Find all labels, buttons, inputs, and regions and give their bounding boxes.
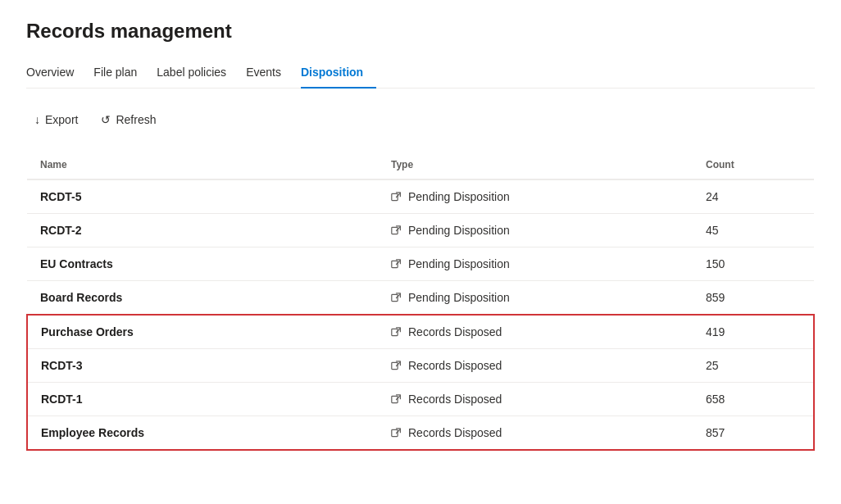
- tab-overview[interactable]: Overview: [26, 59, 87, 89]
- cell-name: Board Records: [27, 281, 381, 316]
- external-link-icon: [391, 293, 402, 303]
- cell-name: Employee Records: [27, 416, 381, 451]
- cell-name: RCDT-2: [27, 214, 381, 247]
- cell-name: EU Contracts: [27, 247, 381, 281]
- tab-label-policies[interactable]: Label policies: [157, 59, 239, 89]
- row-name: RCDT-5: [40, 190, 82, 203]
- table-row[interactable]: RCDT-1 Records Disposed658: [27, 383, 814, 416]
- cell-type: Records Disposed: [381, 416, 696, 451]
- table-row[interactable]: RCDT-2 Pending Disposition45: [27, 214, 814, 247]
- cell-name: Purchase Orders: [27, 315, 381, 349]
- cell-type: Pending Disposition: [381, 214, 696, 247]
- header-row: Name Type Count: [27, 151, 814, 179]
- refresh-button[interactable]: ↺ Refresh: [93, 108, 164, 131]
- toolbar: ↓ Export ↺ Refresh: [26, 102, 815, 138]
- row-count: 658: [696, 383, 814, 416]
- row-count: 45: [696, 214, 814, 247]
- page-title: Records management: [26, 20, 815, 43]
- row-type: Pending Disposition: [408, 190, 510, 203]
- col-header-type: Type: [381, 151, 696, 179]
- external-link-icon: [391, 327, 402, 338]
- row-type: Pending Disposition: [408, 257, 510, 270]
- cell-name: RCDT-5: [27, 179, 381, 214]
- external-link-icon: [391, 428, 402, 438]
- row-name: EU Contracts: [40, 257, 113, 270]
- table-header: Name Type Count: [27, 151, 814, 179]
- row-name: RCDT-1: [41, 393, 83, 406]
- row-type: Pending Disposition: [408, 224, 510, 237]
- row-type: Records Disposed: [408, 325, 502, 338]
- table-body: RCDT-5 Pending Disposition24RCDT-2 Pendi…: [27, 179, 814, 450]
- refresh-label: Refresh: [116, 113, 156, 126]
- tab-file-plan[interactable]: File plan: [93, 59, 150, 89]
- cell-name: RCDT-1: [27, 383, 381, 416]
- tab-events[interactable]: Events: [246, 59, 294, 89]
- export-label: Export: [45, 113, 78, 126]
- external-link-icon: [391, 361, 402, 371]
- page-container: Records management Overview File plan La…: [0, 0, 841, 470]
- table-row[interactable]: RCDT-5 Pending Disposition24: [27, 179, 814, 214]
- row-count: 150: [696, 247, 814, 281]
- cell-type: Records Disposed: [381, 349, 696, 383]
- row-count: 859: [696, 281, 814, 316]
- cell-name: RCDT-3: [27, 349, 381, 383]
- col-header-name: Name: [27, 151, 381, 179]
- external-link-icon: [391, 259, 402, 270]
- row-type: Pending Disposition: [408, 291, 510, 304]
- row-name: Purchase Orders: [41, 325, 134, 338]
- cell-type: Pending Disposition: [381, 281, 696, 316]
- data-table: Name Type Count RCDT-5 Pending Dispositi…: [26, 151, 815, 451]
- row-name: Board Records: [40, 291, 122, 304]
- row-count: 419: [696, 315, 814, 349]
- table-row[interactable]: RCDT-3 Records Disposed25: [27, 349, 814, 383]
- cell-type: Records Disposed: [381, 383, 696, 416]
- tab-disposition[interactable]: Disposition: [301, 59, 376, 89]
- cell-type: Pending Disposition: [381, 179, 696, 214]
- refresh-icon: ↺: [101, 113, 111, 126]
- table-row[interactable]: Board Records Pending Disposition859: [27, 281, 814, 316]
- row-name: RCDT-2: [40, 224, 82, 237]
- row-name: RCDT-3: [41, 359, 83, 372]
- row-count: 24: [696, 179, 814, 214]
- external-link-icon: [391, 225, 402, 236]
- export-button[interactable]: ↓ Export: [26, 108, 86, 131]
- table-row[interactable]: EU Contracts Pending Disposition150: [27, 247, 814, 281]
- nav-tabs: Overview File plan Label policies Events…: [26, 59, 815, 89]
- cell-type: Pending Disposition: [381, 247, 696, 281]
- row-count: 857: [696, 416, 814, 451]
- row-type: Records Disposed: [408, 426, 502, 439]
- row-name: Employee Records: [41, 426, 144, 439]
- table-container: Name Type Count RCDT-5 Pending Dispositi…: [26, 151, 815, 451]
- table-row[interactable]: Employee Records Records Disposed857: [27, 416, 814, 451]
- export-icon: ↓: [34, 113, 40, 126]
- cell-type: Records Disposed: [381, 315, 696, 349]
- row-type: Records Disposed: [408, 359, 502, 372]
- table-row[interactable]: Purchase Orders Records Disposed419: [27, 315, 814, 349]
- row-count: 25: [696, 349, 814, 383]
- external-link-icon: [391, 394, 402, 405]
- row-type: Records Disposed: [408, 393, 502, 406]
- external-link-icon: [391, 192, 402, 202]
- col-header-count: Count: [696, 151, 814, 179]
